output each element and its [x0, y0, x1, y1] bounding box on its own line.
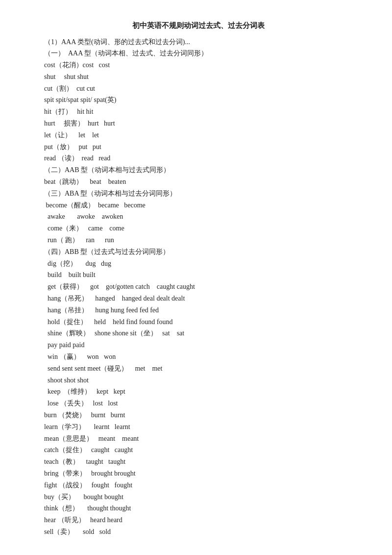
content-line: （三）ABA 型（动词本相与过去分词同形）	[44, 188, 353, 200]
content-line: let（让） let let	[44, 129, 353, 141]
page-title: 初中英语不规则动词过去式、过去分词表	[44, 20, 353, 32]
content-line: buy（买） bought bought	[44, 491, 353, 503]
content-line: hold（捉住） held held find found found	[44, 316, 353, 328]
content-line: shine（辉映） shone shone sit（坐） sat sat	[44, 328, 353, 339]
content-line: shoot shot shot	[44, 375, 353, 386]
content-line: lose （丢失） lost lost	[44, 398, 353, 409]
content-line: （1）AAA 类型(动词、形的过去式和过去分词)...	[44, 36, 353, 48]
content-line: read （读） read read	[44, 152, 353, 164]
content-line: （一） AAA 型（动词本相、过去式、过去分词同形）	[44, 48, 353, 59]
content-line: hear （听见） heard heard	[44, 514, 353, 526]
content-line: bring（带来） brought brought	[44, 468, 353, 479]
content-line: become（醒成） became become	[44, 200, 353, 211]
content-line: hang（吊挂） hung hung feed fed fed	[44, 304, 353, 316]
content-line: sell（卖） sold sold	[44, 526, 353, 538]
content-line: fight （战役） fought fought	[44, 479, 353, 491]
content-line: come（来） came come	[44, 223, 353, 234]
content-line: cut（割） cut cut	[44, 83, 353, 95]
content-line: put（放） put put	[44, 141, 353, 153]
content-line: catch（捉住） caught caught	[44, 444, 353, 456]
content-line: keep （维持） kept kept	[44, 386, 353, 398]
content-line: （二）AAB 型（动词本相与过去式同形）	[44, 164, 353, 176]
content-line: pay paid paid	[44, 339, 353, 351]
content-line: hang（吊死） hanged hanged deal dealt dealt	[44, 293, 353, 304]
content-line: shut shut shut	[44, 71, 353, 83]
content-line: think（想） thought thought	[44, 503, 353, 514]
content-line: win （赢） won won	[44, 351, 353, 363]
content-line: run（ 跑） ran run	[44, 234, 353, 246]
content-line: burn （焚烧） burnt burnt	[44, 409, 353, 421]
content-line: （四）ABB 型（过去式与过去分词同形）	[44, 246, 353, 258]
content-line: awake awoke awoken	[44, 211, 353, 223]
content-line: cost（花消）cost cost	[44, 59, 353, 71]
content-line: send sent sent meet（碰见） met met	[44, 363, 353, 375]
content-line: beat（跳动） beat beaten	[44, 176, 353, 188]
content-line: mean（意思是） meant meant	[44, 433, 353, 445]
content-line: hit（打） hit hit	[44, 106, 353, 118]
content-line: build built built	[44, 269, 353, 281]
content-line: spit spit/spat spit/ spat(英)	[44, 94, 353, 106]
content-line: dig（挖） dug dug	[44, 258, 353, 270]
content-line: learn（学习） learnt learnt	[44, 421, 353, 433]
content-line: get（获得） got got/gotten catch caught caug…	[44, 281, 353, 293]
content-line: teach（教） taught taught	[44, 456, 353, 468]
content-line: hurt 损害） hurt hurt	[44, 118, 353, 129]
